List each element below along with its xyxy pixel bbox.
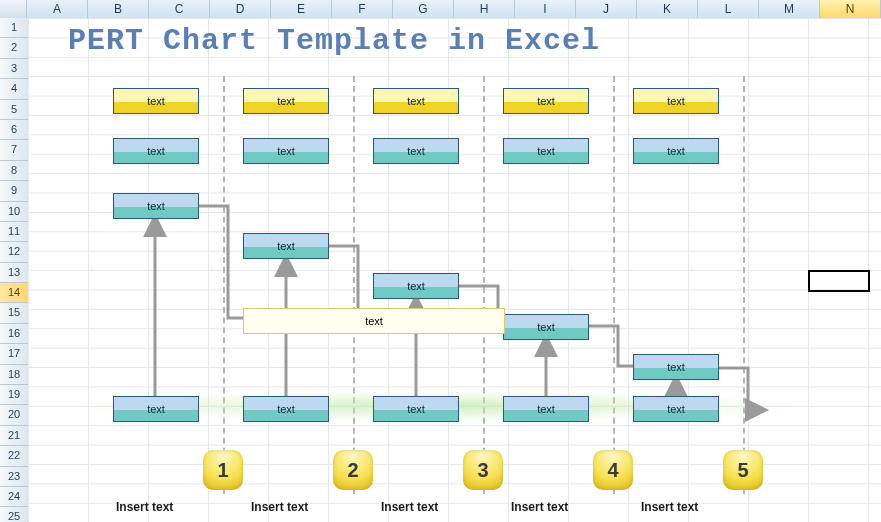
header-box[interactable]: text bbox=[113, 88, 199, 114]
row-16[interactable]: 16 bbox=[0, 324, 28, 344]
insert-label: Insert text bbox=[381, 500, 438, 514]
col-L[interactable]: L bbox=[698, 0, 759, 18]
row-header-bar: 1234567891011121314151617181920212223242… bbox=[0, 18, 29, 522]
task-box[interactable]: text bbox=[503, 138, 589, 164]
task-box[interactable]: text bbox=[113, 138, 199, 164]
col-B[interactable]: B bbox=[88, 0, 149, 18]
row-19[interactable]: 19 bbox=[0, 385, 28, 405]
step-badge[interactable]: 4 bbox=[593, 450, 633, 490]
row-12[interactable]: 12 bbox=[0, 242, 28, 262]
stair-box[interactable]: text bbox=[633, 354, 719, 380]
row-6[interactable]: 6 bbox=[0, 120, 28, 140]
span-box[interactable]: text bbox=[243, 308, 505, 334]
row-2[interactable]: 2 bbox=[0, 38, 28, 58]
phase-divider bbox=[743, 76, 745, 494]
col-M[interactable]: M bbox=[759, 0, 820, 18]
step-badge[interactable]: 3 bbox=[463, 450, 503, 490]
phase-divider bbox=[483, 76, 485, 494]
row-21[interactable]: 21 bbox=[0, 426, 28, 446]
col-A[interactable]: A bbox=[27, 0, 88, 18]
step-badge[interactable]: 2 bbox=[333, 450, 373, 490]
col-N[interactable]: N bbox=[820, 0, 881, 18]
insert-label: Insert text bbox=[641, 500, 698, 514]
task-box[interactable]: text bbox=[633, 138, 719, 164]
row-9[interactable]: 9 bbox=[0, 181, 28, 201]
row-10[interactable]: 10 bbox=[0, 202, 28, 222]
row-11[interactable]: 11 bbox=[0, 222, 28, 242]
col-G[interactable]: G bbox=[393, 0, 454, 18]
row-1[interactable]: 1 bbox=[0, 18, 28, 38]
insert-label: Insert text bbox=[116, 500, 173, 514]
row-3[interactable]: 3 bbox=[0, 59, 28, 79]
row-24[interactable]: 24 bbox=[0, 487, 28, 507]
row-15[interactable]: 15 bbox=[0, 303, 28, 323]
col-I[interactable]: I bbox=[515, 0, 576, 18]
pert-diagram[interactable]: PERT Chart Template in Excel bbox=[28, 18, 881, 522]
row-18[interactable]: 18 bbox=[0, 365, 28, 385]
col-H[interactable]: H bbox=[454, 0, 515, 18]
row-4[interactable]: 4 bbox=[0, 79, 28, 99]
phase-divider bbox=[613, 76, 615, 494]
stair-box[interactable]: text bbox=[503, 314, 589, 340]
footer-box[interactable]: text bbox=[113, 396, 199, 422]
footer-box[interactable]: text bbox=[503, 396, 589, 422]
row-13[interactable]: 13 bbox=[0, 263, 28, 283]
phase-divider bbox=[353, 76, 355, 494]
col-D[interactable]: D bbox=[210, 0, 271, 18]
header-box[interactable]: text bbox=[243, 88, 329, 114]
page-title: PERT Chart Template in Excel bbox=[68, 24, 600, 58]
header-box[interactable]: text bbox=[373, 88, 459, 114]
col-K[interactable]: K bbox=[637, 0, 698, 18]
footer-box[interactable]: text bbox=[633, 396, 719, 422]
col-F[interactable]: F bbox=[332, 0, 393, 18]
stair-box[interactable]: text bbox=[243, 233, 329, 259]
footer-box[interactable]: text bbox=[373, 396, 459, 422]
footer-box[interactable]: text bbox=[243, 396, 329, 422]
header-box[interactable]: text bbox=[633, 88, 719, 114]
stair-box[interactable]: text bbox=[373, 273, 459, 299]
col-C[interactable]: C bbox=[149, 0, 210, 18]
task-box[interactable]: text bbox=[243, 138, 329, 164]
row-17[interactable]: 17 bbox=[0, 344, 28, 364]
row-23[interactable]: 23 bbox=[0, 467, 28, 487]
row-20[interactable]: 20 bbox=[0, 405, 28, 425]
phase-divider bbox=[223, 76, 225, 494]
row-14[interactable]: 14 bbox=[0, 283, 28, 303]
row-8[interactable]: 8 bbox=[0, 161, 28, 181]
step-badge[interactable]: 1 bbox=[203, 450, 243, 490]
row-22[interactable]: 22 bbox=[0, 446, 28, 466]
task-box[interactable]: text bbox=[373, 138, 459, 164]
insert-label: Insert text bbox=[251, 500, 308, 514]
step-badge[interactable]: 5 bbox=[723, 450, 763, 490]
select-all-corner[interactable] bbox=[0, 0, 27, 18]
column-header-bar: A B C D E F G H I J K L M N bbox=[0, 0, 881, 19]
excel-worksheet[interactable]: A B C D E F G H I J K L M N 123456789101… bbox=[0, 0, 881, 522]
insert-label: Insert text bbox=[511, 500, 568, 514]
row-5[interactable]: 5 bbox=[0, 100, 28, 120]
row-25[interactable]: 25 bbox=[0, 507, 28, 522]
stair-box[interactable]: text bbox=[113, 193, 199, 219]
row-7[interactable]: 7 bbox=[0, 140, 28, 160]
col-J[interactable]: J bbox=[576, 0, 637, 18]
header-box[interactable]: text bbox=[503, 88, 589, 114]
col-E[interactable]: E bbox=[271, 0, 332, 18]
